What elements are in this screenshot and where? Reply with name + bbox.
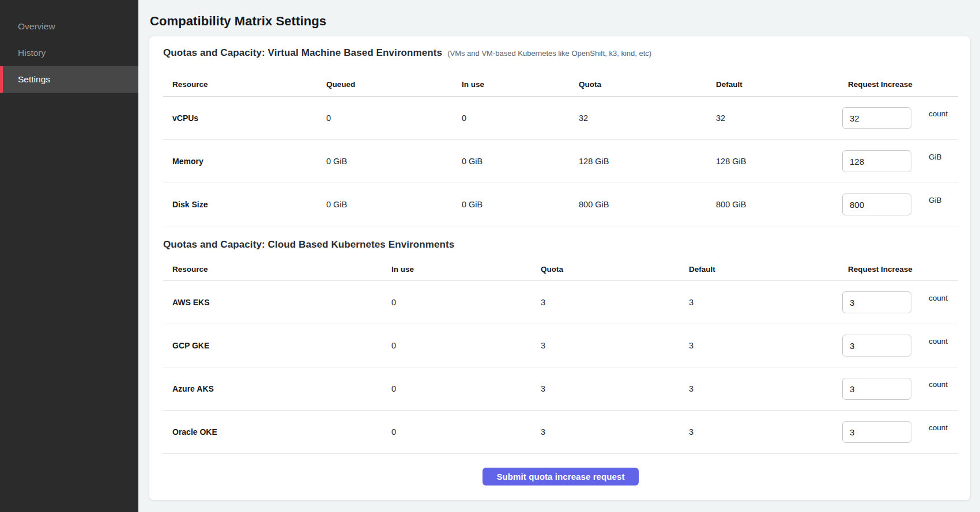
vm-section-header: Quotas and Capacity: Virtual Machine Bas…: [163, 36, 958, 61]
request-increase-input[interactable]: [842, 421, 911, 443]
column-header: Queued: [326, 80, 462, 89]
cloud-table-row: AWS EKS 0 3 3 count: [163, 281, 958, 324]
request-increase-input[interactable]: [842, 335, 911, 356]
unit-label: count: [929, 337, 948, 346]
submit-quota-increase-button[interactable]: Submit quota increase request: [483, 468, 638, 486]
sidebar-item-label: History: [18, 48, 46, 58]
request-increase-input[interactable]: [842, 291, 911, 313]
default-value: 32: [716, 113, 848, 123]
column-header: Request Increase: [848, 80, 958, 89]
sidebar: Overview History Settings: [0, 0, 138, 512]
settings-card: Quotas and Capacity: Virtual Machine Bas…: [149, 36, 971, 500]
request-increase-input[interactable]: [842, 150, 911, 172]
request-increase-cell: count: [842, 291, 958, 313]
app-root: Overview History Settings Compatibility …: [0, 0, 980, 512]
cloud-table-header: Resource In use Quota Default Request In…: [163, 253, 958, 281]
unit-label: GiB: [929, 153, 942, 161]
column-header: Default: [689, 265, 848, 274]
resource-label: AWS EKS: [163, 298, 391, 307]
resource-label: Azure AKS: [163, 384, 391, 393]
request-increase-cell: count: [842, 335, 958, 356]
cloud-section-header: Quotas and Capacity: Cloud Based Kuberne…: [163, 226, 958, 253]
in-use-value: 0: [391, 427, 541, 437]
quota-value: 800 GiB: [579, 200, 716, 209]
default-value: 3: [689, 384, 848, 393]
default-value: 800 GiB: [716, 200, 848, 209]
request-increase-cell: count: [842, 378, 958, 400]
column-header: Default: [716, 80, 848, 89]
cloud-table-row: Oracle OKE 0 3 3 count: [163, 411, 958, 454]
unit-label: count: [929, 294, 948, 302]
request-increase-cell: count: [842, 107, 958, 129]
quota-value: 3: [541, 341, 689, 350]
sidebar-item[interactable]: History: [0, 40, 138, 66]
column-header: In use: [462, 80, 579, 89]
in-use-value: 0 GiB: [462, 157, 579, 166]
sidebar-item-label: Settings: [18, 74, 50, 85]
quota-value: 3: [541, 298, 689, 307]
vm-section-title: Quotas and Capacity: Virtual Machine Bas…: [163, 47, 442, 59]
request-increase-input[interactable]: [842, 378, 911, 400]
queued-value: 0: [326, 113, 462, 123]
column-header: Resource: [163, 265, 391, 274]
queued-value: 0 GiB: [326, 200, 462, 209]
vm-table-header: Resource Queued In use Quota Default Req…: [163, 61, 958, 97]
queued-value: 0 GiB: [326, 157, 462, 166]
unit-label: count: [929, 380, 948, 389]
cloud-section-title: Quotas and Capacity: Cloud Based Kuberne…: [163, 239, 454, 251]
request-increase-cell: GiB: [842, 194, 958, 215]
in-use-value: 0: [462, 113, 579, 123]
main-content: Compatibility Matrix Settings Quotas and…: [138, 0, 980, 512]
page-title: Compatibility Matrix Settings: [150, 13, 971, 29]
default-value: 128 GiB: [716, 157, 848, 166]
default-value: 3: [689, 427, 848, 437]
request-increase-input[interactable]: [842, 107, 911, 129]
sidebar-item[interactable]: Overview: [0, 13, 138, 40]
in-use-value: 0: [391, 384, 541, 393]
quota-value: 3: [541, 384, 689, 393]
default-value: 3: [689, 341, 848, 350]
resource-label: Memory: [163, 157, 326, 166]
unit-label: count: [929, 109, 948, 118]
sidebar-item-label: Overview: [18, 21, 55, 32]
cloud-table-row: GCP GKE 0 3 3 count: [163, 324, 958, 367]
vm-table-row: Memory 0 GiB 0 GiB 128 GiB 128 GiB GiB: [163, 140, 958, 183]
sidebar-item[interactable]: Settings: [0, 66, 138, 93]
default-value: 3: [689, 298, 848, 307]
unit-label: count: [929, 423, 948, 432]
column-header: Quota: [579, 80, 716, 89]
vm-table-row: vCPUs 0 0 32 32 count: [163, 97, 958, 140]
cloud-table-row: Azure AKS 0 3 3 count: [163, 367, 958, 411]
unit-label: GiB: [929, 196, 942, 204]
quota-value: 32: [579, 113, 716, 123]
request-increase-input[interactable]: [842, 194, 911, 215]
request-increase-cell: count: [842, 421, 958, 443]
column-header: Resource: [163, 80, 326, 89]
quota-value: 3: [541, 427, 689, 437]
resource-label: Oracle OKE: [163, 427, 391, 437]
in-use-value: 0: [391, 298, 541, 307]
resource-label: GCP GKE: [163, 341, 391, 350]
column-header: Request Increase: [848, 265, 958, 274]
column-header: In use: [391, 265, 541, 274]
sidebar-nav: Overview History Settings: [0, 13, 138, 93]
quota-value: 128 GiB: [579, 157, 716, 166]
card-footer: Submit quota increase request: [163, 454, 958, 499]
in-use-value: 0: [391, 341, 541, 350]
vm-section-subtitle: (VMs and VM-based Kubernetes like OpenSh…: [447, 49, 651, 58]
cloud-table-body: AWS EKS 0 3 3 count GCP GKE 0 3: [163, 281, 958, 454]
in-use-value: 0 GiB: [462, 200, 579, 209]
column-header: Quota: [541, 265, 689, 274]
vm-table-row: Disk Size 0 GiB 0 GiB 800 GiB 800 GiB Gi…: [163, 183, 958, 226]
resource-label: Disk Size: [163, 200, 326, 209]
request-increase-cell: GiB: [842, 150, 958, 172]
resource-label: vCPUs: [163, 113, 326, 123]
vm-table-body: vCPUs 0 0 32 32 count Memory 0 GiB: [163, 97, 958, 226]
